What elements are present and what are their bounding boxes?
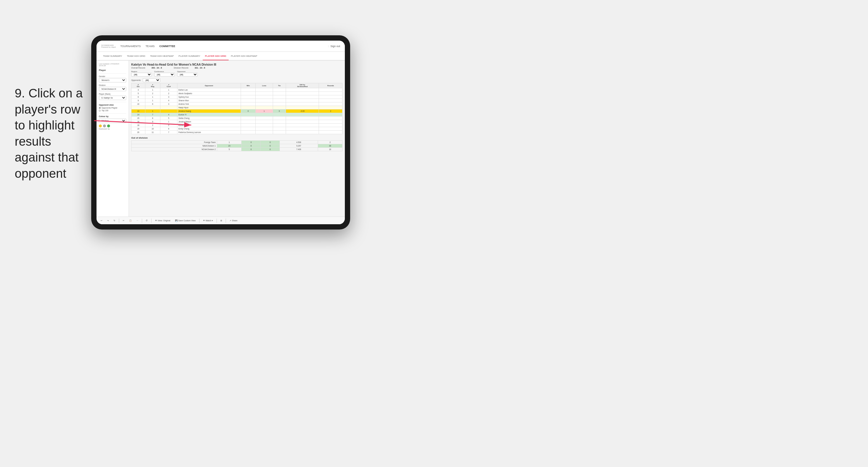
sub-nav-player-h2h-grid[interactable]: PLAYER H2H GRID: [203, 52, 228, 60]
nav-committee[interactable]: COMMITTEE: [159, 43, 175, 49]
division-record-value: 331 - 34 - 6: [194, 67, 205, 69]
table-row[interactable]: 1063 Andrea York: [131, 102, 342, 106]
nav-teams[interactable]: TEAMS: [145, 43, 154, 49]
sub-nav-player-h2h-heatmap[interactable]: PLAYER H2H HEATMAP: [228, 52, 260, 60]
colour-labels: Down Level Up: [99, 128, 126, 130]
nav-items: TOURNAMENTS TEAMS COMMITTEE: [120, 43, 328, 49]
toolbar-grid[interactable]: ⊞: [219, 219, 223, 222]
out-row-ncaa2[interactable]: NCAA Division 2 5 0 0 7.400 10: [131, 148, 342, 151]
opponent-filter: Opponent (All): [177, 71, 198, 76]
logo-sub: Powered by clippd: [101, 46, 116, 48]
toolbar-watch[interactable]: 👁 Watch ▾: [202, 219, 214, 222]
sub-nav: TEAM SUMMARY TEAM H2H GRID TEAM H2H HEAT…: [96, 52, 345, 61]
colour-up-dot: [107, 124, 110, 127]
toolbar-save-custom[interactable]: 💾 Save Custom View: [174, 219, 197, 222]
conference-select[interactable]: (All): [154, 73, 175, 76]
bottom-toolbar: ↩ ↪ ↻ ✂ 📋 ··· ⏱ 👁 View: Original 💾 Save …: [96, 217, 345, 224]
filters-row: Region (All) Conference (All) Opponent: [131, 71, 342, 76]
table-row[interactable]: 19106 Emily Chang: [131, 127, 342, 131]
nav-tournaments[interactable]: TOURNAMENTS: [120, 43, 141, 49]
overall-record-label: Overall Record:: [131, 67, 146, 69]
out-row-naia[interactable]: NAIA Division 1 15 0 0 9.267 30: [131, 144, 342, 148]
opponent-select[interactable]: (All): [177, 73, 198, 76]
toolbar-clock[interactable]: ⏱: [145, 219, 149, 222]
col-opponent: Opponent: [177, 83, 241, 88]
division-label: Division: [99, 84, 126, 86]
colour-select[interactable]: Win/loss: [99, 119, 126, 123]
content-area: Katelyn Vo Head-to-Head Grid for Women's…: [129, 61, 345, 217]
toolbar-sep6: [226, 219, 226, 223]
table-row[interactable]: 613 Sydney Kuo: [131, 95, 342, 99]
toolbar-sep1: [119, 219, 119, 223]
col-reg: #Reg: [145, 83, 160, 88]
colour-title: Colour by: [99, 115, 126, 117]
opponents-select[interactable]: (All): [143, 78, 160, 82]
grid-title: Katelyn Vo Head-to-Head Grid for Women's…: [131, 63, 342, 66]
toolbar-sep4: [199, 219, 199, 223]
table-row[interactable]: Haejo Hyun: [131, 106, 342, 110]
col-win: Win: [241, 83, 256, 88]
step-number: 9.: [15, 86, 25, 100]
table-row[interactable]: 1822 Euna Lee: [131, 124, 342, 127]
app-logo: SCOREBOARD Powered by clippd: [101, 44, 116, 48]
toolbar-redo1[interactable]: ↪: [106, 219, 110, 222]
colour-level-dot: [103, 124, 106, 127]
annotation-body: Click on a player's row to highlight res…: [15, 86, 83, 180]
nav-bar: SCOREBOARD Powered by clippd TOURNAMENTS…: [96, 41, 345, 52]
toolbar-view-original[interactable]: 👁 View: Original: [154, 219, 172, 222]
player-section-title: Player: [99, 69, 126, 71]
tablet-screen: SCOREBOARD Powered by clippd TOURNAMENTS…: [96, 41, 345, 224]
table-row[interactable]: 1585 Stella Cheng: [131, 117, 342, 120]
table-row[interactable]: 20117 Federica Domecq Lacroze: [131, 131, 342, 134]
opponents-filter-label: Opponents: (All): [131, 78, 342, 82]
conference-filter: Conference (All): [154, 71, 175, 76]
toolbar-share[interactable]: ↗ Share: [228, 219, 239, 222]
table-row[interactable]: 522 Alexis Sudjianto: [131, 92, 342, 95]
col-rounds: Rounds: [319, 83, 342, 88]
main-data-table: #Div #Reg #Conf Opponent Win Loss Tie Di…: [131, 83, 342, 134]
toolbar-sep2: [142, 219, 142, 223]
table-row[interactable]: 1691 Jessica Mason: [131, 120, 342, 124]
table-row[interactable]: 1474 Eunice Yi: [131, 113, 342, 117]
toolbar-dots[interactable]: ···: [135, 219, 140, 222]
table-row[interactable]: 914 Sharon Mun: [131, 99, 342, 102]
colour-down-dot: [99, 124, 102, 127]
opponent-label: Opponent: [177, 71, 198, 72]
radio-dot-1: [99, 107, 101, 109]
sub-nav-player-summary[interactable]: PLAYER SUMMARY: [176, 52, 203, 60]
opponents-label: Opponents:: [131, 79, 141, 81]
timestamp-time: 16:55:28: [99, 65, 126, 66]
sidebar: Last Updated: 27/03/2024 16:55:28 Player…: [96, 61, 129, 217]
radio-opponents-played[interactable]: Opponents Played: [99, 107, 126, 109]
toolbar-paste[interactable]: 📋: [128, 219, 133, 222]
colour-section: Colour by Win/loss Down Level Up: [99, 115, 126, 130]
toolbar-sep3: [151, 219, 152, 223]
sub-nav-team-h2h-heatmap[interactable]: TEAM H2H HEATMAP: [148, 52, 176, 60]
region-select[interactable]: (All): [131, 73, 152, 76]
conference-label: Conference: [154, 71, 175, 72]
gender-label: Gender: [99, 75, 126, 77]
division-select[interactable]: NCAA Division III: [99, 87, 126, 91]
col-tie: Tie: [273, 83, 286, 88]
colour-level-label: Level: [103, 128, 106, 130]
opponent-view-title: Opponent view: [99, 104, 126, 106]
toolbar-cut[interactable]: ✂: [122, 219, 126, 222]
gender-select[interactable]: Women's: [99, 78, 126, 83]
sign-out-button[interactable]: Sign out: [331, 45, 340, 48]
toolbar-undo[interactable]: ↩: [99, 219, 103, 222]
overall-record-value: 353 - 34 - 6: [152, 67, 162, 69]
radio-top-100[interactable]: Top 100: [99, 110, 126, 112]
table-row[interactable]: 311 Esther Lee: [131, 88, 342, 92]
player-rank-select[interactable]: 8. Katelyn Vo: [99, 96, 126, 100]
sub-nav-team-summary[interactable]: TEAM SUMMARY: [101, 52, 124, 60]
toolbar-sep5: [217, 219, 217, 223]
division-record-label: Division Record:: [174, 67, 189, 69]
out-of-division-table: Foreign Team 1 0 0 4.500 2 NAIA Division…: [131, 141, 342, 151]
col-div: #Div: [131, 83, 145, 88]
out-row-foreign[interactable]: Foreign Team 1 0 0 4.500 2: [131, 141, 342, 144]
table-row-highlighted[interactable]: 131 Jessica Huang 0 1 0 -3.00 2: [131, 110, 342, 113]
toolbar-refresh[interactable]: ↻: [113, 219, 117, 222]
sub-nav-team-h2h-grid[interactable]: TEAM H2H GRID: [124, 52, 148, 60]
tablet-frame: SCOREBOARD Powered by clippd TOURNAMENTS…: [91, 35, 350, 229]
out-of-division-title: Out of division: [131, 136, 342, 139]
